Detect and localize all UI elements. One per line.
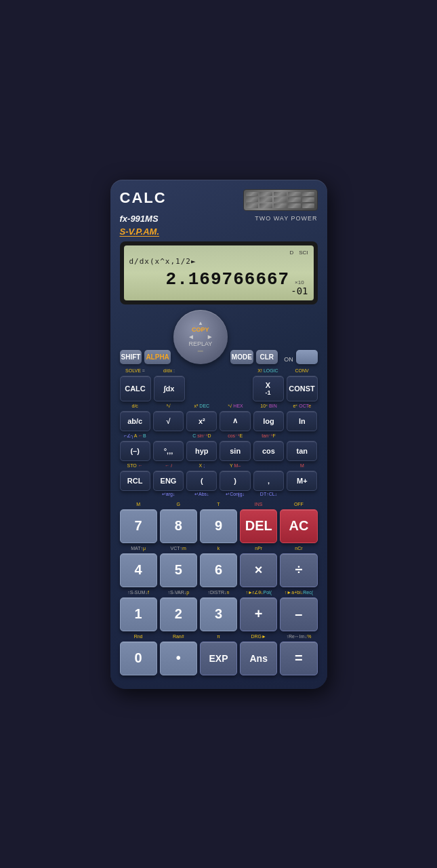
and-button[interactable]: ∧ (220, 411, 250, 431)
xsquared-button[interactable]: x² (186, 411, 217, 431)
const-button[interactable]: CONST (287, 376, 318, 401)
key-3[interactable]: 3 (200, 597, 237, 631)
mode-wrapper: MODE (230, 343, 253, 364)
hyp-button[interactable]: hyp (186, 441, 217, 461)
lparen-button[interactable]: ( (186, 471, 217, 491)
clr-button[interactable]: CLR (256, 350, 278, 364)
key-7[interactable]: 7 (120, 509, 157, 543)
on-wrapper (296, 343, 318, 364)
xinv-sublabel: X! LOGIC (253, 368, 284, 375)
rcl-button[interactable]: RCL (120, 471, 150, 491)
abc-button[interactable]: ab/c (120, 411, 150, 431)
xinverse-button[interactable]: X -1 (253, 376, 284, 401)
multiply-button[interactable]: × (240, 553, 277, 587)
const-sublabel: CONV (287, 368, 318, 375)
brand-label: CALC (120, 189, 167, 207)
replay-area: ▲ COPY ◄ ► REPLAY ▬ (173, 310, 228, 364)
model-name: fx-991MS (120, 214, 159, 224)
key-8[interactable]: 8 (160, 509, 197, 543)
sin-button[interactable]: sin (220, 441, 250, 461)
key-1[interactable]: 1 (120, 597, 157, 631)
copy-label: COPY (192, 326, 209, 333)
clr-wrapper: CLR (256, 343, 278, 364)
mplus-button[interactable]: M+ (287, 471, 317, 491)
alpha-wrapper: ALPHA (144, 343, 170, 364)
on-button[interactable] (296, 350, 318, 364)
display-screen: D SCI d/dx(x^x,1/2► 2.169766667 ×10 -01 (124, 245, 314, 300)
neg-button[interactable]: (–) (120, 441, 150, 461)
calc-button[interactable]: CALC (120, 376, 151, 401)
mode-button[interactable]: MODE (230, 350, 253, 364)
display-exponent: ×10 -01 (291, 279, 308, 296)
display-indicators: D SCI (129, 250, 308, 256)
cos-button[interactable]: cos (253, 441, 284, 461)
display-line1: d/dx(x^x,1/2► (129, 257, 308, 268)
shift-button[interactable]: SHIFT (120, 350, 142, 364)
degrees-button[interactable]: °,,, (153, 441, 184, 461)
indicator-sci: SCI (299, 250, 308, 256)
eng-button[interactable]: ENG (153, 471, 184, 491)
decimal-button[interactable]: • (160, 642, 197, 675)
shift-wrapper: SHIFT (120, 343, 142, 364)
solar-panel (243, 189, 318, 211)
minus-button[interactable]: – (280, 597, 317, 631)
model-row: fx-991MS TWO WAY POWER (120, 214, 318, 224)
comma-button[interactable]: , (253, 471, 284, 491)
exp-button[interactable]: EXP (200, 642, 237, 675)
sqrt-button[interactable]: √ (153, 411, 184, 431)
plus-button[interactable]: + (240, 597, 277, 631)
power-label: TWO WAY POWER (255, 215, 317, 222)
indicator-d: D (289, 250, 293, 256)
ln-button[interactable]: ln (287, 411, 317, 431)
del-button[interactable]: DEL (240, 509, 277, 543)
ac-button[interactable]: AC (280, 509, 317, 543)
replay-label: REPLAY (188, 340, 212, 347)
display-number: 2.169766667 (166, 269, 290, 290)
right-arrow-icon: ► (207, 333, 213, 340)
left-arrow-icon: ◄ (188, 333, 194, 340)
key-5[interactable]: 5 (160, 553, 197, 587)
display-exp-base: ×10 (295, 279, 304, 285)
equals-button[interactable]: = (280, 642, 317, 675)
log-button[interactable]: log (253, 411, 284, 431)
display-exp-value: -01 (291, 285, 308, 296)
shift-sublabel (120, 343, 142, 350)
calc-sublabel: SOLVE = (120, 368, 151, 375)
key-2[interactable]: 2 (160, 597, 197, 631)
key-4[interactable]: 4 (120, 553, 157, 587)
on-label: ON (284, 356, 293, 363)
top-bar: CALC (120, 189, 318, 211)
replay-wheel[interactable]: ▲ COPY ◄ ► REPLAY ▬ (173, 310, 228, 364)
calculator-body: CALC fx-991MS TWO WAY POWER S-V.P.AM. D … (110, 180, 327, 689)
alpha-button[interactable]: ALPHA (144, 350, 170, 364)
ans-button[interactable]: Ans (240, 642, 277, 675)
key-0[interactable]: 0 (120, 642, 157, 675)
tan-button[interactable]: tan (287, 441, 317, 461)
svpam-label: S-V.P.AM. (120, 226, 160, 237)
divide-button[interactable]: ÷ (280, 553, 317, 587)
key-6[interactable]: 6 (200, 553, 237, 587)
integral-button[interactable]: ∫dx (154, 376, 185, 401)
key-9[interactable]: 9 (200, 509, 237, 543)
display-outer: D SCI d/dx(x^x,1/2► 2.169766667 ×10 -01 (120, 241, 318, 304)
dx-sublabel: d/dx : (154, 368, 185, 375)
display-line2: 2.169766667 ×10 -01 (129, 269, 308, 296)
rparen-button[interactable]: ) (220, 471, 250, 491)
